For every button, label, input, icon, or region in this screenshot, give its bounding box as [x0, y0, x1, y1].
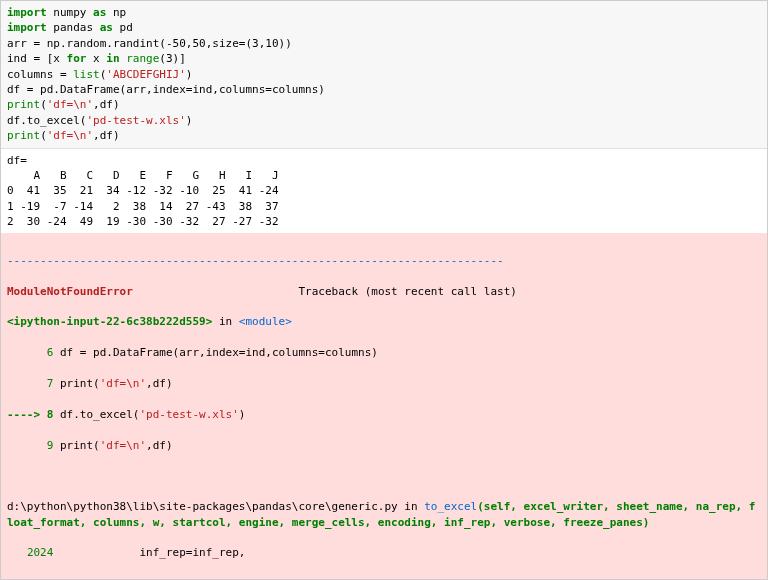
- stdout-output: df= A B C D E F G H I J 0 41 35 21 34 -1…: [1, 149, 767, 234]
- code-input-cell: import numpy as np import pandas as pd a…: [1, 1, 767, 149]
- error-traceback: ----------------------------------------…: [1, 233, 767, 580]
